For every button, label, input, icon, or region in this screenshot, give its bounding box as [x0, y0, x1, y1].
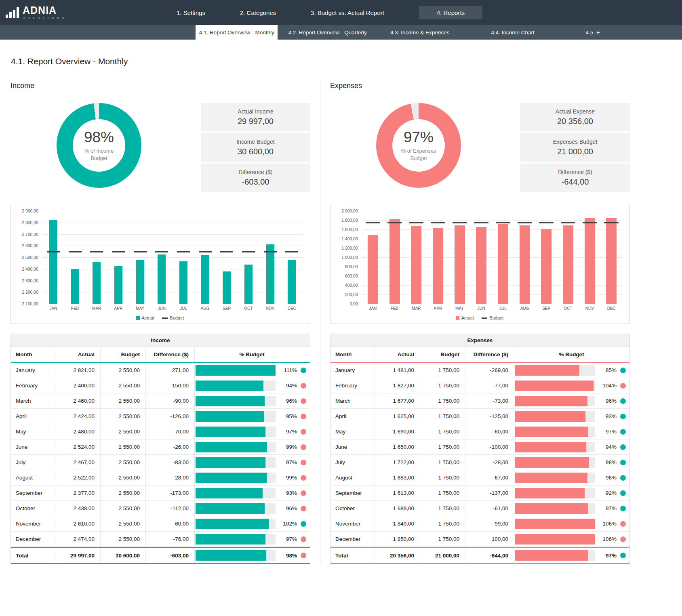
sheet-tab-5[interactable]: 4.5. E — [563, 25, 682, 40]
cell-month: July — [11, 455, 55, 470]
status-dot — [620, 383, 626, 389]
bar-slot-oct — [238, 211, 259, 304]
cell-difference: -26,00 — [146, 439, 195, 454]
stat-value: 21 000,00 — [557, 147, 593, 156]
actual-bar — [368, 235, 378, 304]
cell-difference: -28,00 — [465, 455, 514, 470]
cell-actual: 29 997,00 — [55, 548, 101, 563]
budget-dash — [561, 222, 575, 223]
expenses-donut-center: 97% % of Expenses Budget — [392, 119, 445, 172]
legend-budget: Budget — [162, 315, 184, 320]
actual-bar — [520, 225, 530, 304]
nav-item-2[interactable]: 2. Categories — [240, 9, 276, 16]
sheet-tab-2[interactable]: 4.2. Report Overview - Quarterly — [278, 25, 377, 40]
expenses-donut-percentage: 97% — [404, 129, 434, 146]
budget-dash — [285, 251, 298, 252]
cell-pct-budget: 111% — [195, 363, 310, 378]
pct-bar-track — [515, 427, 595, 437]
sheet-tab-3[interactable]: 4.3. Income & Expenses — [377, 25, 463, 40]
pct-bar-fill — [515, 503, 588, 514]
column-divider — [320, 82, 320, 564]
stat-value: 20 356,00 — [557, 117, 593, 126]
nav-item-3[interactable]: 3. Budget vs. Actual Report — [311, 9, 384, 16]
status-dot — [301, 429, 306, 435]
budget-dash — [453, 222, 467, 223]
cell-budget: 1 750,00 — [420, 409, 465, 424]
cell-actual: 1 683,00 — [375, 470, 420, 485]
y-axis-tick-label: 2 500,00 — [14, 255, 38, 260]
table-title: Expenses — [330, 334, 629, 347]
status-dot — [620, 475, 626, 481]
cell-pct-budget: 97% — [514, 501, 629, 516]
table-header-row: MonthActualBudgetDifference ($)% Budget — [330, 347, 629, 363]
sheet-tab-4[interactable]: 4.4. Income Chart — [463, 25, 563, 40]
status-dot — [620, 398, 626, 404]
actual-bar — [498, 224, 508, 304]
nav-item-4[interactable]: 4. Reports — [419, 6, 482, 19]
pct-bar-track — [515, 365, 595, 376]
chart-plot-area: 2 900,002 800,002 700,002 600,002 500,00… — [42, 211, 303, 304]
income-donut-percentage: 98% — [84, 129, 114, 146]
budget-dash — [583, 222, 597, 223]
cell-month: March — [11, 393, 55, 408]
pct-value: 106% — [599, 521, 617, 527]
expenses-data-table: ExpensesMonthActualBudgetDifference ($)%… — [330, 334, 630, 564]
table-row: September2 377,002 550,00-173,0093% — [11, 486, 310, 501]
pct-bar-track — [515, 503, 595, 514]
cell-actual: 1 722,00 — [375, 455, 420, 470]
income-donut-center: 98% % of Income Budget — [73, 119, 125, 172]
pct-bar-fill — [196, 381, 263, 391]
actual-bar — [606, 218, 617, 304]
top-navigation-bar: ADNIA SOLUTIONS 1. Settings2. Categories… — [0, 0, 682, 25]
cell-actual: 1 850,00 — [375, 532, 420, 547]
cell-budget: 1 750,00 — [420, 486, 465, 500]
bar-slot-sep — [535, 211, 557, 304]
cell-budget: 2 550,00 — [101, 409, 146, 424]
cell-pct-budget: 94% — [514, 439, 629, 454]
sheet-tab-1[interactable]: 4.1. Report Overview - Monthly — [196, 25, 278, 40]
bar-slot-apr — [427, 211, 449, 304]
expenses-donut-caption-line2: Budget — [401, 155, 436, 162]
income-table: IncomeMonthActualBudgetDifference ($)% B… — [11, 334, 310, 564]
table-row: July1 722,001 750,00-28,0098% — [330, 455, 629, 470]
budget-dash — [242, 251, 255, 252]
actual-bar — [71, 269, 79, 304]
cell-difference: -76,00 — [146, 532, 195, 547]
table-row: September1 613,001 750,00-137,0092% — [330, 486, 629, 501]
actual-bar — [179, 261, 187, 304]
cell-difference: 60,00 — [146, 516, 195, 531]
cell-pct-budget: 106% — [514, 516, 629, 531]
pct-bar-track — [515, 457, 595, 468]
cell-actual: 2 480,00 — [55, 424, 101, 439]
y-axis-tick-label: 2 300,00 — [14, 278, 38, 283]
actual-bar — [389, 219, 400, 304]
cell-actual: 2 821,00 — [55, 363, 101, 378]
status-dot — [620, 506, 626, 511]
cell-pct-budget: 99% — [195, 439, 310, 454]
cell-month: June — [330, 439, 375, 454]
table-row: December2 474,002 550,00-76,0097% — [11, 532, 310, 547]
status-dot — [620, 460, 626, 465]
y-axis-tick-label: 600,00 — [334, 273, 358, 278]
pct-bar-fill — [196, 396, 265, 406]
pct-bar-track — [196, 519, 276, 529]
cell-budget: 30 600,00 — [101, 548, 146, 563]
page-title: 4.1. Report Overview - Monthly — [11, 57, 682, 66]
nav-item-1[interactable]: 1. Settings — [177, 9, 205, 16]
y-axis-tick-label: 1 600,00 — [334, 227, 358, 232]
pct-value: 96% — [279, 398, 297, 404]
x-axis-label: SEP — [535, 306, 557, 311]
y-axis-tick-label: 2 200,00 — [14, 290, 38, 294]
pct-bar-fill — [515, 457, 589, 468]
header-month: Month — [330, 347, 375, 362]
legend-actual: Actual — [456, 315, 474, 320]
pct-value: 93% — [279, 490, 297, 496]
pct-bar-fill — [515, 427, 588, 437]
status-dot — [301, 536, 306, 542]
pct-value: 98% — [279, 553, 297, 559]
header-difference: Difference ($) — [465, 347, 514, 362]
y-axis-tick-label: 1 200,00 — [334, 246, 358, 250]
actual-bar — [455, 225, 465, 304]
cell-actual: 1 677,00 — [375, 393, 420, 408]
x-axis-label: NOV — [259, 306, 281, 311]
